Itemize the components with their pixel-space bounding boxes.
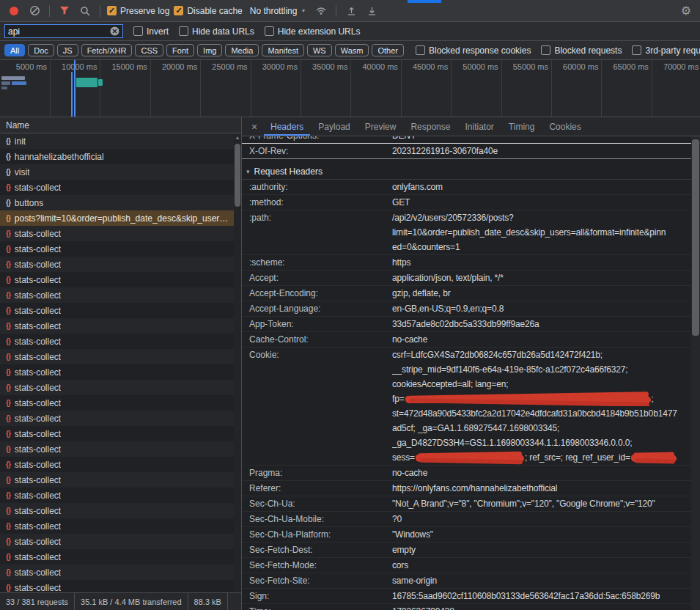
record-button[interactable] — [6, 3, 22, 19]
type-filter-checkboxes: Blocked response cookiesBlocked requests… — [416, 45, 700, 56]
timeline-gridline — [100, 60, 100, 117]
header-value: ?0 — [392, 512, 691, 526]
disable-cache-checkbox[interactable]: Disable cache — [174, 6, 242, 16]
clear-filter-button[interactable] — [110, 26, 119, 36]
request-row[interactable]: {}stats-collect — [0, 549, 241, 565]
script-file-icon: {} — [6, 137, 10, 145]
type-filter-doc[interactable]: Doc — [28, 44, 54, 56]
search-button[interactable] — [77, 3, 93, 19]
request-list-scrollbar[interactable]: ▲ — [234, 133, 241, 592]
timeline-tick-label: 40000 ms — [362, 62, 397, 71]
blocked-response-cookies-checkbox[interactable]: Blocked response cookies — [416, 45, 531, 56]
request-row[interactable]: {}posts?limit=10&order=publish_date_desc… — [0, 210, 241, 226]
request-row[interactable]: {}stats-collect — [0, 472, 241, 488]
type-filter-fetch-xhr[interactable]: Fetch/XHR — [81, 44, 133, 56]
name-column-header[interactable]: Name — [0, 117, 241, 133]
type-filter-all[interactable]: All — [4, 44, 25, 56]
request-row[interactable]: {}stats-collect — [0, 518, 241, 534]
type-filter-js[interactable]: JS — [57, 44, 78, 56]
request-row[interactable]: {}stats-collect — [0, 180, 241, 195]
tab-timing[interactable]: Timing — [502, 117, 542, 136]
network-conditions-button[interactable] — [313, 3, 329, 19]
scrollbar-thumb[interactable] — [692, 139, 699, 336]
type-filter-css[interactable]: CSS — [135, 44, 163, 56]
tab-preview[interactable]: Preview — [358, 117, 403, 136]
request-row[interactable]: {}stats-collect — [0, 565, 241, 580]
type-filter-other[interactable]: Other — [372, 44, 404, 56]
scrollbar-thumb[interactable] — [235, 144, 240, 207]
timeline-overview[interactable]: 5000 ms10000 ms15000 ms20000 ms25000 ms3… — [0, 60, 700, 117]
request-name: stats-collect — [15, 490, 61, 501]
timeline-tick-label: 35000 ms — [312, 62, 347, 71]
type-filter-wasm[interactable]: Wasm — [335, 44, 369, 56]
request-row[interactable]: {}stats-collect — [0, 226, 241, 241]
header-row: Sec-Fetch-Dest:empty — [242, 543, 691, 558]
header-row: Sec-Fetch-Mode:cors — [242, 558, 691, 573]
request-headers-section-header[interactable]: ▾Request Headers — [242, 163, 691, 180]
tab-cookies[interactable]: Cookies — [542, 117, 587, 136]
request-row[interactable]: {}stats-collect — [0, 257, 241, 272]
request-row[interactable]: {}stats-collect — [0, 426, 241, 441]
header-value-text: limit=10&order=publish_date_desc&skip_us… — [392, 227, 666, 238]
3rd-party-requests-checkbox[interactable]: 3rd-party requests — [632, 45, 700, 56]
header-row: Sec-Ch-Ua:"Not_A Brand";v="8", "Chromium… — [242, 496, 691, 512]
request-row[interactable]: {}stats-collect — [0, 380, 241, 395]
settings-button[interactable]: ⚙ — [678, 3, 694, 19]
type-filter-img[interactable]: Img — [197, 44, 222, 56]
details-scrollbar[interactable] — [691, 136, 700, 610]
preserve-log-label: Preserve log — [120, 6, 169, 16]
request-row[interactable]: {}hannahelizabethofficial — [0, 149, 241, 164]
filter-button[interactable] — [56, 3, 73, 19]
request-name: posts?limit=10&order=publish_date_desc&s… — [15, 213, 229, 224]
export-har-button[interactable] — [343, 3, 359, 19]
request-row[interactable]: {}stats-collect — [0, 503, 241, 518]
import-har-button[interactable] — [364, 3, 380, 19]
request-row[interactable]: {}stats-collect — [0, 241, 241, 257]
request-row[interactable]: {}stats-collect — [0, 364, 241, 380]
tab-initiator[interactable]: Initiator — [458, 117, 500, 136]
script-file-icon: {} — [6, 553, 10, 561]
chevron-down-icon: ▼ — [301, 8, 306, 13]
tab-payload[interactable]: Payload — [312, 117, 356, 136]
export-arrow-up-icon — [347, 6, 356, 15]
throttling-dropdown[interactable]: No throttling ▼ — [247, 4, 309, 18]
request-row[interactable]: {}stats-collect — [0, 349, 241, 364]
request-row[interactable]: {}stats-collect — [0, 287, 241, 303]
request-row[interactable]: {}stats-collect — [0, 272, 241, 287]
request-row[interactable]: {}stats-collect — [0, 411, 241, 426]
header-value-text: "Not_A Brand";v="8", "Chromium";v="120",… — [392, 499, 655, 509]
request-row[interactable]: {}stats-collect — [0, 457, 241, 472]
request-row[interactable]: {}stats-collect — [0, 303, 241, 318]
request-row[interactable]: {}stats-collect — [0, 534, 241, 549]
request-row[interactable]: {}buttons — [0, 195, 241, 210]
filter-input-box[interactable] — [4, 24, 123, 38]
tab-response[interactable]: Response — [404, 117, 457, 136]
request-row[interactable]: {}stats-collect — [0, 488, 241, 503]
type-filter-pills: AllDocJSFetch/XHRCSSFontImgMediaManifest… — [4, 44, 404, 56]
header-value: no-cache — [392, 466, 691, 480]
type-filter-ws[interactable]: WS — [307, 44, 332, 56]
invert-checkbox[interactable]: Invert — [133, 26, 169, 37]
request-name: stats-collect — [15, 183, 61, 193]
hide-extension-urls-checkbox[interactable]: Hide extension URLs — [265, 26, 361, 37]
request-row[interactable]: {}init — [0, 133, 241, 149]
hide-data-urls-checkbox[interactable]: Hide data URLs — [179, 26, 254, 37]
close-details-button[interactable]: × — [246, 117, 262, 136]
request-row[interactable]: {}stats-collect — [0, 580, 241, 592]
preserve-log-checkbox[interactable]: Preserve log — [107, 6, 169, 16]
type-filter-font[interactable]: Font — [166, 44, 194, 56]
type-filter-row: AllDocJSFetch/XHRCSSFontImgMediaManifest… — [0, 41, 700, 60]
scroll-up-icon[interactable]: ▲ — [234, 135, 241, 140]
request-row[interactable]: {}stats-collect — [0, 334, 241, 349]
request-name: stats-collect — [15, 475, 61, 485]
type-filter-manifest[interactable]: Manifest — [262, 44, 304, 56]
request-row[interactable]: {}stats-collect — [0, 441, 241, 457]
clear-button[interactable] — [26, 3, 43, 19]
type-filter-media[interactable]: Media — [225, 44, 259, 56]
tab-headers[interactable]: Headers — [264, 117, 310, 136]
request-row[interactable]: {}stats-collect — [0, 318, 241, 334]
request-row[interactable]: {}stats-collect — [0, 395, 241, 411]
filter-input[interactable] — [8, 26, 107, 37]
blocked-requests-checkbox[interactable]: Blocked requests — [541, 45, 622, 56]
request-row[interactable]: {}visit — [0, 164, 241, 180]
